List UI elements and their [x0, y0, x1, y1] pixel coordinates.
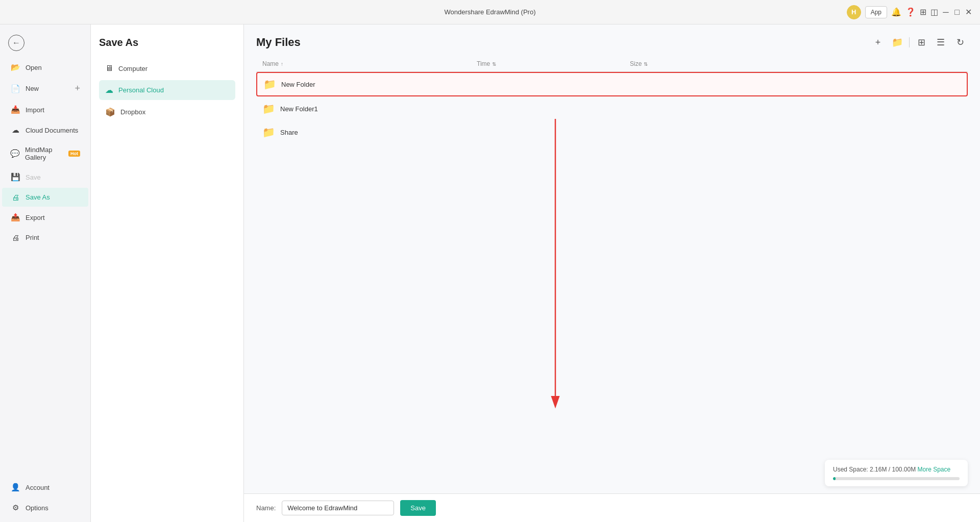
save-icon: 💾 — [10, 172, 20, 182]
sidebar-item-save-as[interactable]: 🖨 Save As — [2, 188, 88, 207]
file-row-new-folder1[interactable]: 📁 New Folder1 — [256, 97, 968, 120]
sidebar-item-save: 💾 Save — [2, 167, 88, 187]
file-table: Name ↑ Time ⇅ Size ⇅ 📁 New Folder 📁 New … — [244, 56, 980, 493]
content-header: My Files + 📁 ⊞ ☰ ↻ — [244, 24, 980, 56]
storage-info: Used Space: 2.16M / 100.00M More Space — [825, 460, 968, 486]
titlebar-actions: H App 🔔 ❓ ⊞ ◫ ─ □ ✕ — [847, 5, 972, 19]
sidebar-item-account[interactable]: 👤 Account — [2, 478, 88, 497]
computer-icon: 🖥 — [105, 64, 113, 73]
grid-btn[interactable]: ⊞ — [920, 7, 926, 17]
sort-arrow-size: ⇅ — [644, 61, 648, 67]
panel-title: Save As — [99, 37, 235, 48]
list-view-button[interactable]: ☰ — [933, 35, 948, 50]
storage-separator: / — [889, 466, 890, 473]
sidebar-item-label: MindMap Gallery — [25, 146, 61, 161]
location-label: Dropbox — [120, 108, 145, 116]
file-name: New Folder1 — [280, 105, 479, 113]
sidebar-item-label: Options — [26, 504, 48, 512]
file-name: Share — [280, 129, 479, 136]
save-button[interactable]: Save — [400, 500, 436, 516]
sidebar-item-mindmap-gallery[interactable]: 💬 MindMap Gallery Hot — [2, 141, 88, 166]
storage-label: Used Space: — [833, 466, 868, 473]
storage-bar — [833, 477, 960, 480]
left-sidebar: ← 📂 Open 📄 New + 📥 Import ☁ Cloud Docume… — [0, 24, 91, 522]
import-icon: 📥 — [10, 105, 20, 114]
sidebar-item-label: New — [26, 85, 39, 92]
cloud-icon: ☁ — [105, 85, 113, 95]
sidebar-item-label: Print — [26, 234, 39, 241]
file-row-new-folder[interactable]: 📁 New Folder — [256, 72, 968, 96]
sort-arrow-time: ⇅ — [492, 61, 496, 67]
plus-icon: + — [75, 83, 80, 94]
titlebar-title: Wondershare EdrawMind (Pro) — [445, 8, 536, 16]
refresh-button[interactable]: ↻ — [952, 35, 968, 50]
back-icon: ← — [8, 35, 24, 51]
options-icon: ⚙ — [10, 503, 20, 512]
col-name-header[interactable]: Name ↑ — [262, 60, 477, 67]
sidebar-item-import[interactable]: 📥 Import — [2, 100, 88, 119]
folder-icon: 📁 — [262, 126, 275, 138]
col-time-header[interactable]: Time ⇅ — [477, 60, 630, 67]
window-controls: ─ □ ✕ — [942, 9, 972, 16]
maximize-button[interactable]: □ — [953, 9, 961, 16]
sidebar-item-label: Account — [26, 484, 50, 491]
sidebar-item-cloud-documents[interactable]: ☁ Cloud Documents — [2, 120, 88, 140]
content-title: My Files — [256, 36, 301, 49]
storage-used-bar — [833, 477, 836, 480]
sidebar-item-label: Open — [26, 64, 42, 71]
back-button[interactable]: ← — [0, 29, 90, 57]
minimize-button[interactable]: ─ — [942, 9, 949, 16]
storage-used-value: 2.16M — [870, 466, 887, 473]
sidebar-item-label: Export — [26, 214, 45, 221]
more-space-link[interactable]: More Space — [918, 466, 951, 473]
open-icon: 📂 — [10, 63, 20, 72]
sidebar-item-open[interactable]: 📂 Open — [2, 58, 88, 77]
header-actions: + 📁 ⊞ ☰ ↻ — [870, 35, 968, 50]
titlebar: Wondershare EdrawMind (Pro) H App 🔔 ❓ ⊞ … — [0, 0, 980, 24]
notification-btn[interactable]: 🔔 — [891, 7, 901, 17]
cloud-icon: ☁ — [10, 126, 20, 135]
save-as-icon: 🖨 — [10, 193, 20, 202]
table-header: Name ↑ Time ⇅ Size ⇅ — [256, 56, 968, 72]
storage-total-value: 100.00M — [892, 466, 916, 473]
location-label: Personal Cloud — [118, 86, 164, 94]
time-label: Time — [477, 60, 490, 67]
name-label: Name: — [256, 504, 276, 512]
main-layout: ← 📂 Open 📄 New + 📥 Import ☁ Cloud Docume… — [0, 24, 980, 522]
sidebar-item-label: Save — [26, 173, 41, 181]
app-button[interactable]: App — [865, 6, 887, 18]
sort-arrow-name: ↑ — [281, 61, 283, 67]
filename-input[interactable] — [282, 501, 394, 515]
name-label: Name — [262, 60, 279, 67]
sidebar-item-label: Cloud Documents — [26, 127, 78, 134]
export-icon: 📤 — [10, 213, 20, 222]
help-btn[interactable]: ❓ — [905, 7, 916, 17]
folder-icon: 📁 — [262, 103, 275, 115]
sidebar-item-options[interactable]: ⚙ Options — [2, 498, 88, 517]
gallery-icon: 💬 — [10, 149, 20, 158]
col-size-header[interactable]: Size ⇅ — [630, 60, 732, 67]
add-button[interactable]: + — [870, 35, 886, 50]
divider — [909, 37, 910, 47]
size-label: Size — [630, 60, 642, 67]
main-content: My Files + 📁 ⊞ ☰ ↻ Name ↑ Time ⇅ — [244, 24, 980, 522]
middle-panel: Save As 🖥 Computer ☁ Personal Cloud 📦 Dr… — [91, 24, 244, 522]
folder-button[interactable]: 📁 — [890, 35, 905, 50]
sidebar-item-new[interactable]: 📄 New + — [2, 78, 88, 99]
grid-view-button[interactable]: ⊞ — [914, 35, 929, 50]
close-button[interactable]: ✕ — [965, 9, 972, 16]
bottom-bar: Name: Save — [244, 493, 980, 522]
new-icon: 📄 — [10, 84, 20, 93]
file-row-share[interactable]: 📁 Share — [256, 121, 968, 143]
location-computer[interactable]: 🖥 Computer — [99, 59, 235, 78]
dropbox-icon: 📦 — [105, 107, 115, 117]
print-icon: 🖨 — [10, 233, 20, 242]
sidebar-item-print[interactable]: 🖨 Print — [2, 228, 88, 247]
file-name: New Folder — [281, 81, 480, 88]
layout-btn[interactable]: ◫ — [930, 7, 938, 17]
location-label: Computer — [118, 65, 148, 72]
user-avatar[interactable]: H — [847, 5, 861, 19]
location-dropbox[interactable]: 📦 Dropbox — [99, 102, 235, 122]
sidebar-item-export[interactable]: 📤 Export — [2, 208, 88, 227]
location-personal-cloud[interactable]: ☁ Personal Cloud — [99, 80, 235, 100]
